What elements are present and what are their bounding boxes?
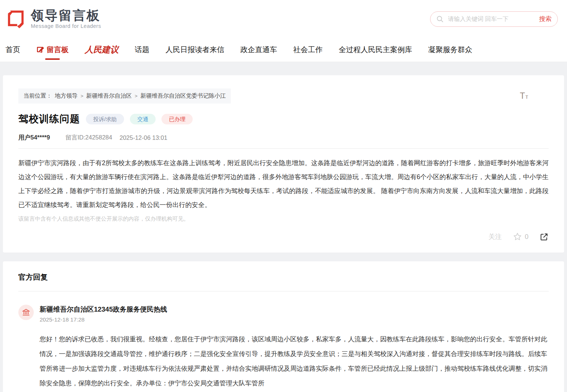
- search-input[interactable]: [447, 15, 535, 23]
- breadcrumb-link-region[interactable]: 地方领导: [55, 92, 78, 100]
- message-actions: 关注 0: [18, 232, 549, 242]
- reply-item: 新疆维吾尔自治区12345政务服务便民热线 2025-12-18 17:28 您…: [18, 305, 549, 391]
- search-box: 搜索: [430, 11, 558, 27]
- message-date: 2025-12-06 13:01: [120, 134, 167, 141]
- message-meta: 用户54****9 留言ID:24258284 2025-12-06 13:01: [18, 134, 549, 142]
- nav-active-underline: [45, 58, 60, 60]
- nav-item-social-work[interactable]: 社会工作: [293, 45, 323, 55]
- nav-item-people-suggestions[interactable]: 人民建议: [85, 44, 119, 55]
- nav-item-message-board[interactable]: 留言板: [36, 45, 69, 55]
- message-board-icon: [36, 46, 44, 54]
- reply-divider: [18, 291, 549, 291]
- site-header: 领导留言板 Message Board for Leaders 搜索: [0, 0, 567, 38]
- star-button[interactable]: 0: [513, 232, 528, 242]
- nav-item-home[interactable]: 首页: [6, 45, 20, 55]
- font-size-big-t: T: [520, 91, 526, 101]
- breadcrumb-separator: >: [135, 93, 138, 99]
- search-button[interactable]: 搜索: [539, 15, 552, 23]
- search-icon: [436, 15, 444, 23]
- message-user: 用户54****9: [18, 134, 50, 142]
- reply-body: 您好！您的诉求已收悉，我们很重视。经核查，您居住于伊宁市滨河路段，该区域周边小区…: [40, 332, 549, 391]
- nav-item-topics[interactable]: 话题: [135, 45, 149, 55]
- star-count: 0: [525, 233, 528, 241]
- tag-complaint-type: 投诉/求助: [86, 114, 124, 124]
- nav-item-serve-masses[interactable]: 凝聚服务群众: [428, 45, 472, 55]
- meta-divider: [18, 148, 549, 149]
- message-body: 新疆伊宁市滨河路段，由于有2所驾校太多的教练车在这条路上训练驾考，附近居民出行安…: [18, 156, 549, 212]
- reply-date: 2025-12-18 17:28: [40, 316, 549, 323]
- site-logo[interactable]: 领导留言板 Message Board for Leaders: [5, 8, 101, 30]
- logo-text: 领导留言板 Message Board for Leaders: [31, 9, 101, 29]
- nav-item-democracy-cases[interactable]: 全过程人民民主案例库: [339, 45, 412, 55]
- logo-title: 领导留言板: [31, 9, 101, 22]
- official-reply-card: 官方回复 新疆维吾尔自治区12345政务服务便民热线 2025-12-18 17…: [3, 261, 564, 392]
- privacy-note: 该留言中含有个人信息或其他不便公开展示的内容，仅办理机构可见。: [18, 215, 549, 222]
- breadcrumb: 当前位置： 地方领导 > 新疆维吾尔自治区 > 新疆维吾尔自治区党委书记陈小江: [18, 88, 231, 104]
- agency-avatar: [18, 305, 34, 320]
- tag-traffic-domain: 交通: [130, 114, 156, 124]
- star-icon: [513, 232, 522, 242]
- nav-item-reader-letters[interactable]: 人民日报读者来信: [166, 45, 224, 55]
- breadcrumb-link-leader[interactable]: 新疆维吾尔自治区党委书记陈小江: [141, 92, 226, 100]
- main-nav: 首页 留言板 人民建议 话题 人民日报读者来信 政企直通车 社会工作 全过程人民…: [0, 38, 567, 62]
- nav-item-gov-enterprise[interactable]: 政企直通车: [240, 45, 277, 55]
- tag-handled-status: 已办理: [161, 114, 193, 124]
- breadcrumb-separator: >: [81, 93, 84, 99]
- font-size-small-t: т: [526, 94, 528, 100]
- follow-button[interactable]: 关注: [488, 232, 502, 241]
- nav-item-label: 留言板: [47, 45, 69, 55]
- share-icon: [539, 232, 549, 242]
- title-row: 驾校训练问题 投诉/求助 交通 已办理: [18, 112, 549, 126]
- message-id: 留言ID:24258284: [65, 134, 112, 142]
- government-building-icon: [22, 308, 30, 317]
- logo-icon: [5, 8, 26, 30]
- logo-subtitle: Message Board for Leaders: [31, 23, 101, 29]
- message-card: 当前位置： 地方领导 > 新疆维吾尔自治区 > 新疆维吾尔自治区党委书记陈小江 …: [3, 75, 564, 253]
- reply-content-column: 新疆维吾尔自治区12345政务服务便民热线 2025-12-18 17:28 您…: [40, 305, 549, 391]
- breadcrumb-link-province[interactable]: 新疆维吾尔自治区: [86, 92, 132, 100]
- font-size-toggle[interactable]: Tт: [520, 91, 528, 101]
- share-button[interactable]: [539, 232, 549, 242]
- breadcrumb-prefix: 当前位置：: [23, 92, 52, 100]
- message-title: 驾校训练问题: [18, 112, 80, 126]
- reply-section-title: 官方回复: [18, 272, 549, 282]
- replying-agency-name: 新疆维吾尔自治区12345政务服务便民热线: [40, 305, 549, 314]
- breadcrumb-row: 当前位置： 地方领导 > 新疆维吾尔自治区 > 新疆维吾尔自治区党委书记陈小江 …: [18, 88, 549, 104]
